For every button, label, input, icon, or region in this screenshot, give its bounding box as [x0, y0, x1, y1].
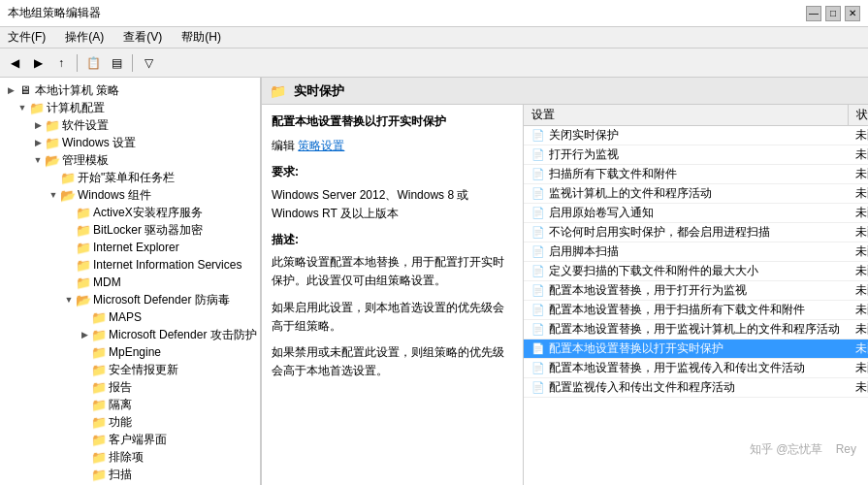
table-row[interactable]: 📄配置本地设置替换以打开实时保护未配置	[524, 340, 868, 359]
folder-icon: 📁	[45, 118, 60, 132]
expand-icon[interactable]: ▶	[4, 83, 17, 97]
close-button[interactable]: ✕	[845, 6, 860, 21]
tree-item-defender[interactable]: ▼ 📂 Microsoft Defender 防病毒	[0, 291, 260, 308]
table-row[interactable]: 📄启用脚本扫描未配置	[524, 242, 868, 262]
folder-icon: 📁	[76, 206, 91, 219]
expand-icon	[78, 310, 91, 324]
folder-icon: 📁	[91, 380, 107, 394]
tree-label: Windows 组件	[78, 186, 151, 204]
tree-item-function[interactable]: 📁 功能	[0, 413, 260, 431]
tree-item-client-ui[interactable]: 📁 客户端界面	[0, 431, 260, 448]
table-row[interactable]: 📄关闭实时保护未配置	[524, 126, 868, 146]
tree-label: MAPS	[109, 308, 142, 326]
status-cell: 未配置	[848, 146, 868, 165]
tree-item-admin-templates[interactable]: ▼ 📂 管理模板	[0, 151, 260, 169]
tree-item-quarantine[interactable]: 📁 隔离	[0, 396, 260, 413]
menu-help[interactable]: 帮助(H)	[177, 27, 225, 48]
expand-icon[interactable]: ▼	[47, 188, 60, 202]
expand-icon	[78, 450, 91, 464]
status-cell: 未配置	[848, 359, 868, 378]
tree-item-computer-config[interactable]: ▼ 📁 计算机配置	[0, 99, 260, 116]
table-row[interactable]: 📄配置本地设置替换，用于监视计算机上的文件和程序活动未配置	[524, 320, 868, 340]
setting-label: 定义要扫描的下载文件和附件的最大大小	[549, 263, 758, 279]
tree-label: 报告	[109, 378, 132, 396]
setting-label: 配置本地设置替换，用于监视计算机上的文件和程序活动	[549, 321, 840, 338]
tree-label: 安全情报更新	[109, 361, 178, 378]
tree-item-windows-settings[interactable]: ▶ 📁 Windows 设置	[0, 134, 260, 151]
table-row[interactable]: 📄配置本地设置替换，用于打开行为监视未配置	[524, 281, 868, 301]
table-row[interactable]: 📄启用原始卷写入通知未配置	[524, 204, 868, 223]
tree-item-exclusions[interactable]: 📁 排除项	[0, 448, 260, 466]
tree-item-bitlocker[interactable]: 📁 BitLocker 驱动器加密	[0, 221, 260, 239]
expand-icon[interactable]: ▶	[31, 136, 45, 149]
table-row[interactable]: 📄打开行为监视未配置	[524, 146, 868, 165]
tree-item-report[interactable]: 📁 报告	[0, 378, 260, 396]
setting-label: 扫描所有下载文件和附件	[549, 166, 677, 182]
tree-item-mpengine[interactable]: 📁 MpEngine	[0, 343, 260, 361]
table-row[interactable]: 📄不论何时启用实时保护，都会启用进程扫描未配置	[524, 223, 868, 242]
setting-label: 配置本地设置替换，用于扫描所有下载文件和附件	[549, 302, 805, 318]
settings-table: 设置 状态 📄关闭实时保护未配置📄打开行为监视未配置📄扫描所有下载文件和附件未配…	[524, 105, 868, 398]
expand-icon[interactable]: ▼	[31, 153, 45, 167]
tree-item-defender-exploit[interactable]: ▶ 📁 Microsoft Defender 攻击防护	[0, 326, 260, 343]
expand-icon	[78, 398, 91, 411]
menu-action[interactable]: 操作(A)	[61, 27, 108, 48]
tree-item-start-taskbar[interactable]: 📁 开始"菜单和任务栏	[0, 169, 260, 186]
tree-item-scan[interactable]: 📁 扫描	[0, 466, 260, 483]
menu-file[interactable]: 文件(F)	[4, 27, 49, 48]
maximize-button[interactable]: □	[825, 6, 841, 21]
expand-icon	[62, 241, 76, 254]
expand-icon[interactable]: ▶	[31, 118, 45, 132]
expand-icon	[62, 275, 76, 289]
tree-item-security-intel[interactable]: 📁 安全情报更新	[0, 361, 260, 378]
view-button[interactable]: ▤	[106, 52, 127, 74]
table-row[interactable]: 📄扫描所有下载文件和附件未配置	[524, 165, 868, 184]
table-row[interactable]: 📄定义要扫描的下载文件和附件的最大大小未配置	[524, 262, 868, 281]
expand-icon	[78, 433, 91, 446]
folder-open-icon: 📂	[45, 153, 60, 167]
folder-icon: 📁	[91, 363, 107, 376]
folder-icon: 📁	[29, 101, 45, 114]
expand-icon[interactable]: ▼	[16, 101, 29, 114]
menu-view[interactable]: 查看(V)	[119, 27, 166, 48]
folder-icon: 📁	[45, 136, 60, 149]
expand-icon[interactable]: ▼	[62, 293, 76, 307]
window-title: 本地组策略编辑器	[8, 5, 101, 21]
tree-item-mdm[interactable]: 📁 MDM	[0, 274, 260, 291]
forward-button[interactable]: ▶	[27, 52, 48, 74]
setting-label: 配置监视传入和传出文件和程序活动	[549, 379, 735, 396]
expand-icon[interactable]: ▶	[78, 328, 91, 341]
tree-item-local-policy[interactable]: ▶ 🖥 本地计算机 策略	[0, 81, 260, 99]
expand-icon	[78, 468, 91, 481]
status-cell: 未配置	[848, 165, 868, 184]
folder-icon: 📁	[91, 433, 107, 446]
setting-label: 关闭实时保护	[549, 127, 619, 144]
desc-text-1: 此策略设置配置本地替换，用于配置打开实时保护。此设置仅可由组策略设置。	[272, 253, 513, 290]
show-hide-button[interactable]: 📋	[82, 52, 104, 74]
tree-item-maps[interactable]: 📁 MAPS	[0, 308, 260, 326]
table-row[interactable]: 📄配置监视传入和传出文件和程序活动未配置	[524, 378, 868, 398]
row-icon: 📄	[531, 148, 545, 161]
tree-item-ie[interactable]: 📁 Internet Explorer	[0, 239, 260, 256]
computer-icon: 🖥	[17, 83, 33, 97]
tree-item-windows-components[interactable]: ▼ 📂 Windows 组件	[0, 186, 260, 204]
tree-item-iis[interactable]: 📁 Internet Information Services	[0, 256, 260, 274]
back-button[interactable]: ◀	[4, 52, 25, 74]
tree-label: BitLocker 驱动器加密	[93, 221, 203, 239]
tree-item-activex[interactable]: 📁 ActiveX安装程序服务	[0, 204, 260, 221]
table-row[interactable]: 📄监视计算机上的文件和程序活动未配置	[524, 184, 868, 204]
up-button[interactable]: ↑	[50, 52, 72, 74]
watermark: 知乎 @忘忧草 Rey	[750, 441, 856, 458]
tree-label: 排除项	[109, 448, 144, 466]
filter-button[interactable]: ▽	[138, 52, 159, 74]
strategy-link[interactable]: 策略设置	[298, 139, 344, 152]
tree-label: 计算机配置	[47, 99, 105, 116]
table-row[interactable]: 📄配置本地设置替换，用于扫描所有下载文件和附件未配置	[524, 301, 868, 320]
folder-open-icon: 📂	[76, 293, 91, 307]
table-row[interactable]: 📄配置本地设置替换，用于监视传入和传出文件活动未配置	[524, 359, 868, 378]
folder-icon: 📁	[76, 241, 91, 254]
row-icon: 📄	[531, 226, 545, 239]
tree-item-software[interactable]: ▶ 📁 软件设置	[0, 116, 260, 134]
minimize-button[interactable]: —	[806, 6, 821, 21]
folder-icon: 📁	[91, 450, 107, 464]
